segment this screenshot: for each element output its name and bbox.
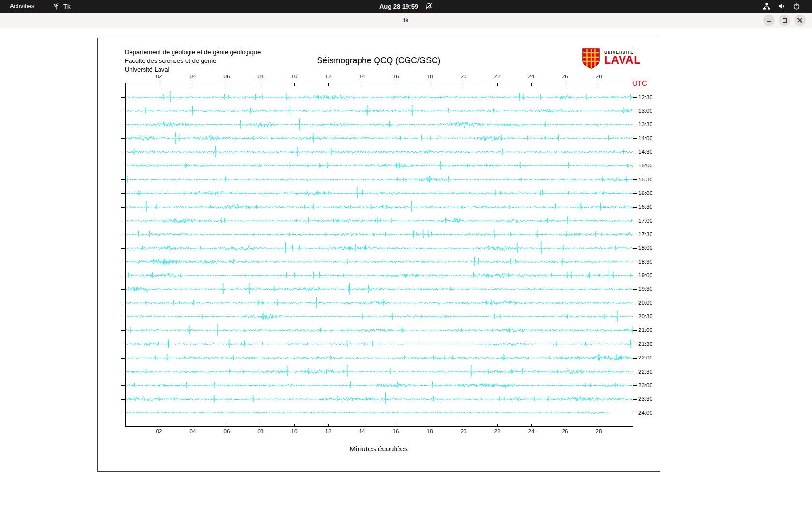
minimize-button[interactable]	[763, 15, 775, 26]
trace-tick-left	[121, 179, 125, 180]
network-icon	[763, 2, 770, 10]
x-axis-tick	[193, 424, 193, 426]
maximize-icon	[783, 18, 787, 23]
activities-button[interactable]: Activities	[5, 1, 39, 11]
trace-tick-right	[633, 179, 637, 180]
trace-tick-right	[633, 111, 637, 111]
trace-time-label: 18:30	[638, 259, 652, 265]
trace-time-label: 21:30	[638, 341, 652, 347]
trace-tick-right	[633, 303, 637, 303]
close-icon	[797, 17, 803, 23]
tk-indicator-label: Tk	[63, 3, 70, 10]
trace-time-label: 23:00	[638, 382, 652, 388]
trace-tick-left	[121, 235, 125, 235]
trace-tick-left	[121, 358, 125, 359]
x-tick-label-top: 04	[186, 74, 200, 79]
trace-tick-left	[121, 193, 125, 194]
trace-time-label: 20:30	[638, 314, 652, 319]
x-tick-label-top: 16	[389, 74, 403, 79]
trace-time-label: 15:00	[638, 163, 652, 168]
trace-tick-right	[633, 358, 637, 359]
trace-tick-right	[633, 221, 637, 221]
trace-tick-left	[121, 289, 125, 290]
trace-time-label: 13:30	[638, 121, 652, 127]
x-tick-label-top: 14	[355, 74, 369, 79]
trace-tick-right	[633, 344, 637, 344]
trace-tick-right	[633, 317, 637, 317]
trace-tick-left	[121, 344, 125, 344]
x-axis-tick	[227, 424, 227, 426]
trace-time-label: 15:30	[638, 177, 652, 182]
trace-tick-right	[633, 235, 637, 235]
x-tick-label-top: 24	[524, 74, 538, 79]
trace-tick-left	[121, 207, 125, 208]
trace-tick-left	[121, 262, 125, 262]
clock-button[interactable]: Aug 28 19:59	[375, 1, 437, 11]
trace-time-label: 17:30	[638, 231, 652, 237]
x-tick-label-bottom: 02	[152, 428, 166, 434]
x-axis-tick	[227, 83, 227, 86]
trace-tick-right	[633, 97, 637, 98]
x-axis-tick	[362, 83, 362, 86]
x-tick-label-bottom: 20	[457, 428, 470, 434]
plot-box: 12:3013:0013:3014:0014:3015:0015:3016:00…	[125, 83, 633, 427]
x-axis-tick	[531, 83, 532, 86]
laval-logo-text: UNIVERSITÉ LAVAL	[604, 48, 641, 66]
x-axis-tick	[599, 424, 599, 426]
trace-time-label: 20:00	[638, 300, 652, 306]
x-axis-bottom: 0204060810121416182022242628	[125, 428, 633, 435]
x-tick-label-top: 26	[558, 74, 572, 79]
x-axis-top: 0204060810121416182022242628	[125, 74, 633, 81]
laval-logo-line2: LAVAL	[604, 55, 641, 66]
x-axis-tick	[599, 83, 599, 86]
window-titlebar[interactable]: tk	[0, 13, 812, 28]
trace-tick-left	[121, 303, 125, 303]
tk-app-indicator[interactable]: Tk	[48, 1, 74, 11]
trace-tick-left	[121, 125, 125, 125]
trace-time-label: 13:00	[638, 108, 652, 114]
trace-time-label: 14:00	[638, 135, 652, 141]
x-tick-label-top: 18	[423, 74, 436, 79]
utc-label: UTC	[632, 79, 647, 87]
x-tick-label-bottom: 08	[254, 428, 267, 434]
trace-tick-right	[633, 413, 637, 413]
trace-tick-left	[121, 111, 125, 111]
laval-shield-icon	[582, 48, 600, 71]
trace-tick-left	[121, 330, 125, 331]
x-axis-tick	[396, 424, 396, 426]
x-axis-tick	[565, 83, 566, 86]
minimize-icon	[767, 21, 771, 22]
close-button[interactable]	[794, 15, 806, 26]
trace-time-label: 23:30	[638, 396, 652, 402]
trace-time-label: 24:00	[638, 410, 652, 416]
x-tick-label-bottom: 28	[592, 428, 606, 434]
x-axis-tick	[464, 83, 464, 86]
institution-line-3: Université Laval	[125, 65, 261, 74]
x-tick-label-bottom: 10	[288, 428, 301, 434]
x-axis-tick	[497, 83, 498, 86]
x-axis-tick	[430, 83, 430, 86]
trace-tick-left	[121, 413, 125, 413]
notifications-off-icon	[425, 2, 433, 10]
trace-time-label: 22:30	[638, 369, 652, 374]
trace-time-label: 22:00	[638, 355, 652, 360]
trace-tick-left	[121, 276, 125, 276]
x-axis-tick	[294, 83, 295, 86]
trace-tick-left	[121, 399, 125, 400]
trace-tick-right	[633, 193, 637, 194]
trace-tick-right	[633, 385, 637, 386]
gnome-top-bar: Activities Tk Aug 28 19:59	[0, 0, 812, 13]
x-axis-tick	[159, 424, 160, 426]
chart-title: Séismographe QCQ (CGC/GSC)	[98, 56, 660, 66]
maximize-button[interactable]	[779, 15, 790, 26]
desktop: Activities Tk Aug 28 19:59 tk	[0, 0, 812, 508]
clock-label: Aug 28 19:59	[379, 3, 418, 10]
tk-icon	[52, 2, 60, 10]
x-axis-tick	[531, 424, 532, 426]
window-content: Département de géologie et de génie géol…	[0, 28, 812, 508]
trace-tick-left	[121, 152, 125, 152]
system-tray-button[interactable]	[757, 1, 806, 11]
x-tick-label-bottom: 14	[355, 428, 369, 434]
x-tick-label-top: 02	[152, 74, 166, 79]
trace-tick-right	[633, 166, 637, 166]
